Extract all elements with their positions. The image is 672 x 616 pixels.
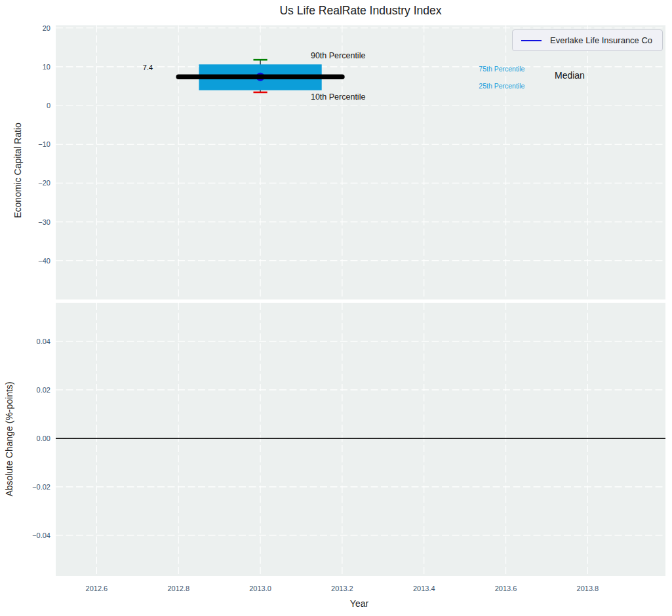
annotation-median: Median [555, 70, 585, 81]
chart-title: Us Life RealRate Industry Index [56, 4, 665, 18]
y-tick-label: −0.02 [32, 483, 50, 491]
figure: 20100−10−20−30−400.040.020.00−0.02−0.042… [0, 0, 672, 616]
y-tick-label: 0.04 [37, 337, 50, 345]
annotation-90th-percentile: 90th Percentile [311, 51, 365, 60]
x-tick-label: 2012.8 [167, 585, 189, 592]
x-tick-label: 2013.8 [577, 585, 599, 592]
y-tick-label: 0 [47, 102, 50, 109]
y-tick-label: 10 [43, 63, 50, 71]
annotation-75th-percentile: 75th Percentile [479, 65, 524, 73]
y-tick-label: −10 [38, 140, 50, 148]
x-tick-label: 2013.6 [495, 585, 517, 592]
annotation-25th-percentile: 25th Percentile [479, 82, 524, 90]
y-axis-label-bottom: Absolute Change (%-points) [4, 381, 14, 496]
y-tick-label: 0.00 [37, 434, 50, 442]
y-tick-label: 20 [43, 24, 50, 32]
legend-label: Everlake Life Insurance Co [550, 35, 652, 45]
annotation-7-4: 7.4 [143, 64, 153, 71]
y-tick-label: −40 [38, 257, 50, 265]
legend: Everlake Life Insurance Co [512, 29, 663, 51]
plot-canvas: 20100−10−20−30−400.040.020.00−0.02−0.042… [0, 0, 672, 616]
x-tick-label: 2013.2 [331, 585, 353, 592]
legend-line-sample [521, 40, 542, 41]
y-tick-label: −0.04 [32, 531, 50, 539]
y-tick-label: −30 [38, 218, 50, 226]
y-axis-label-top: Economic Capital Ratio [12, 123, 23, 218]
annotation-10th-percentile: 10th Percentile [311, 92, 365, 102]
x-tick-label: 2013.4 [413, 585, 435, 592]
y-tick-label: −20 [38, 179, 50, 187]
y-tick-label: 0.02 [37, 386, 50, 394]
x-tick-label: 2012.6 [86, 585, 108, 592]
x-tick-label: 2013.0 [249, 585, 271, 592]
x-axis-label: Year [350, 598, 368, 609]
